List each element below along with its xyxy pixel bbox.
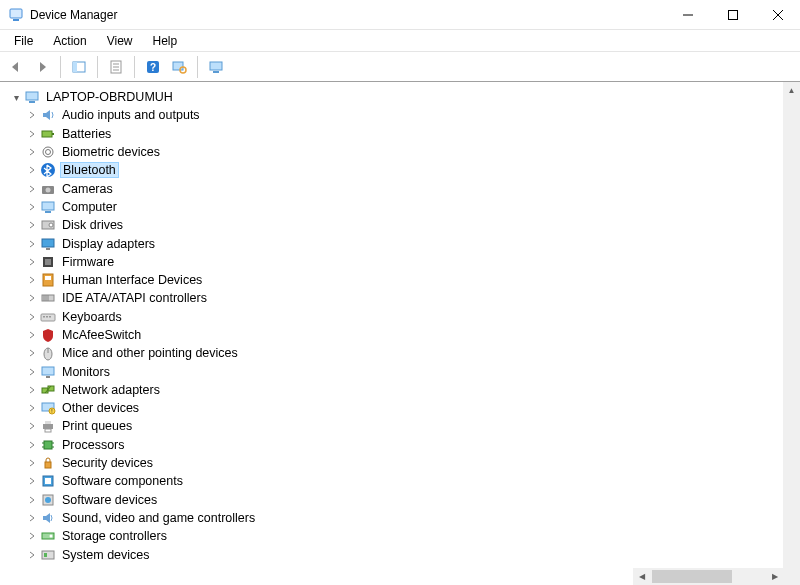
scroll-track[interactable] (783, 99, 800, 568)
properties-button[interactable] (104, 55, 128, 79)
tree-item-label: Human Interface Devices (60, 273, 204, 287)
tree-item[interactable]: !Other devices (4, 399, 800, 417)
menu-action[interactable]: Action (43, 31, 96, 51)
scroll-track[interactable] (650, 568, 766, 585)
svg-rect-63 (45, 462, 51, 468)
svg-rect-16 (210, 62, 222, 70)
tree-root-label: LAPTOP-OBRDUMUH (44, 90, 175, 104)
chevron-right-icon[interactable] (26, 310, 40, 324)
maximize-button[interactable] (710, 0, 755, 30)
chevron-right-icon[interactable] (26, 273, 40, 287)
tree-item-label: McAfeeSwitch (60, 328, 143, 342)
horizontal-scrollbar[interactable]: ◀ ▶ (633, 568, 783, 585)
chevron-right-icon[interactable] (26, 438, 40, 452)
chevron-right-icon[interactable] (26, 529, 40, 543)
tree-item[interactable]: Processors (4, 436, 800, 454)
chevron-right-icon[interactable] (26, 291, 40, 305)
tree-item[interactable]: Biometric devices (4, 143, 800, 161)
tree-item[interactable]: Mice and other pointing devices (4, 344, 800, 362)
svg-point-22 (43, 147, 53, 157)
chevron-right-icon[interactable] (26, 548, 40, 562)
tree-item[interactable]: Cameras (4, 179, 800, 197)
chevron-right-icon[interactable] (26, 493, 40, 507)
chevron-right-icon[interactable] (26, 474, 40, 488)
chevron-right-icon[interactable] (26, 401, 40, 415)
tree-item[interactable]: Print queues (4, 417, 800, 435)
svg-rect-17 (213, 71, 219, 73)
tree-item[interactable]: Sound, video and game controllers (4, 509, 800, 527)
chevron-right-icon[interactable] (26, 127, 40, 141)
mcafee-icon (40, 327, 56, 343)
chevron-right-icon[interactable] (26, 255, 40, 269)
tree-item[interactable]: Software devices (4, 491, 800, 509)
chevron-right-icon[interactable] (26, 346, 40, 360)
menu-file[interactable]: File (4, 31, 43, 51)
tree-item[interactable]: Firmware (4, 253, 800, 271)
chevron-right-icon[interactable] (26, 456, 40, 470)
scan-hardware-button[interactable] (167, 55, 191, 79)
chevron-right-icon[interactable] (26, 218, 40, 232)
close-button[interactable] (755, 0, 800, 30)
tree-item[interactable]: Software components (4, 472, 800, 490)
devices-by-type-button[interactable] (204, 55, 228, 79)
chevron-right-icon[interactable] (26, 365, 40, 379)
tree-item[interactable]: Disk drives (4, 216, 800, 234)
chevron-down-icon[interactable]: ▾ (10, 90, 24, 104)
tree-item[interactable]: Audio inputs and outputs (4, 106, 800, 124)
svg-rect-27 (42, 202, 54, 210)
tree-item-label: Display adapters (60, 237, 157, 251)
tree-item[interactable]: Batteries (4, 125, 800, 143)
forward-button[interactable] (30, 55, 54, 79)
tree-item[interactable]: IDE ATA/ATAPI controllers (4, 289, 800, 307)
software-device-icon (40, 492, 56, 508)
tree-item[interactable]: Security devices (4, 454, 800, 472)
chevron-right-icon[interactable] (26, 182, 40, 196)
scroll-left-button[interactable]: ◀ (633, 568, 650, 585)
svg-rect-3 (728, 10, 737, 19)
menu-view[interactable]: View (97, 31, 143, 51)
chevron-right-icon[interactable] (26, 328, 40, 342)
titlebar: Device Manager (0, 0, 800, 30)
tree-item[interactable]: McAfeeSwitch (4, 326, 800, 344)
ide-icon (40, 290, 56, 306)
tree-item[interactable]: Storage controllers (4, 527, 800, 545)
chevron-right-icon[interactable] (26, 200, 40, 214)
minimize-button[interactable] (665, 0, 710, 30)
chevron-right-icon[interactable] (26, 108, 40, 122)
tree-item[interactable]: Monitors (4, 362, 800, 380)
scroll-right-button[interactable]: ▶ (766, 568, 783, 585)
tree-item[interactable]: System devices (4, 545, 800, 563)
toolbar-separator (97, 56, 98, 78)
menu-help[interactable]: Help (143, 31, 188, 51)
scroll-up-button[interactable]: ▲ (783, 82, 800, 99)
chevron-right-icon[interactable] (26, 145, 40, 159)
svg-rect-71 (44, 553, 47, 557)
svg-rect-36 (45, 276, 51, 280)
toolbar-separator (60, 56, 61, 78)
tree-item-label: Batteries (60, 127, 113, 141)
chevron-right-icon[interactable] (26, 511, 40, 525)
chevron-right-icon[interactable] (26, 237, 40, 251)
show-hide-button[interactable] (67, 55, 91, 79)
vertical-scrollbar[interactable]: ▲ ▼ (783, 82, 800, 585)
svg-rect-58 (44, 441, 52, 449)
security-icon (40, 455, 56, 471)
mouse-icon (40, 345, 56, 361)
svg-rect-34 (45, 259, 51, 265)
scroll-thumb[interactable] (652, 570, 732, 583)
help-toolbar-button[interactable]: ? (141, 55, 165, 79)
tree-item[interactable]: Human Interface Devices (4, 271, 800, 289)
tree-item[interactable]: Bluetooth (4, 161, 800, 179)
chevron-right-icon[interactable] (26, 383, 40, 397)
chevron-right-icon[interactable] (26, 419, 40, 433)
chevron-right-icon[interactable] (26, 163, 40, 177)
tree-item[interactable]: Computer (4, 198, 800, 216)
tree-item[interactable]: Keyboards (4, 308, 800, 326)
tree-item-label: Network adapters (60, 383, 162, 397)
tree-item-label: Cameras (60, 182, 115, 196)
tree-root-node[interactable]: ▾LAPTOP-OBRDUMUH (4, 88, 800, 106)
tree-item[interactable]: Display adapters (4, 234, 800, 252)
back-button[interactable] (4, 55, 28, 79)
svg-rect-43 (46, 316, 48, 318)
tree-item[interactable]: Network adapters (4, 381, 800, 399)
